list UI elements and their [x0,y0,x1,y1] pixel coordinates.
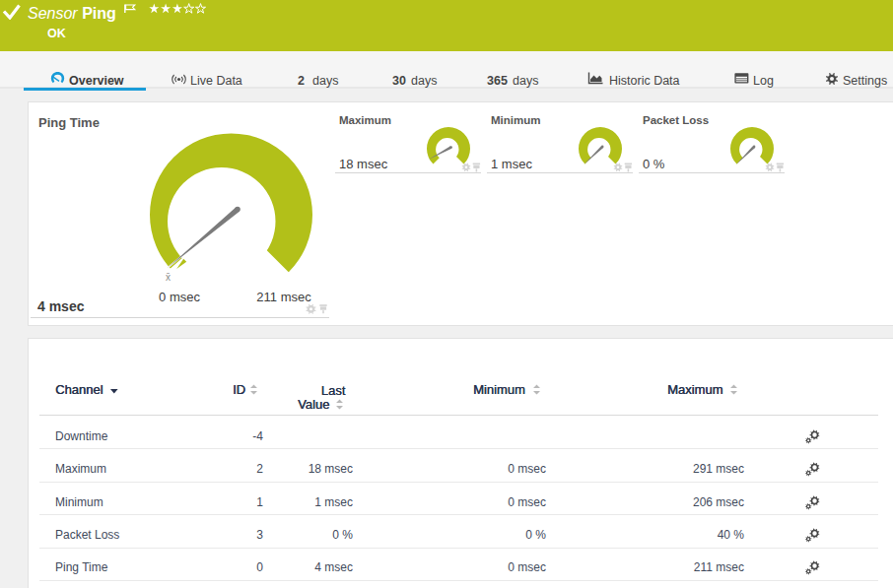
svg-text:x̄: x̄ [166,272,171,283]
